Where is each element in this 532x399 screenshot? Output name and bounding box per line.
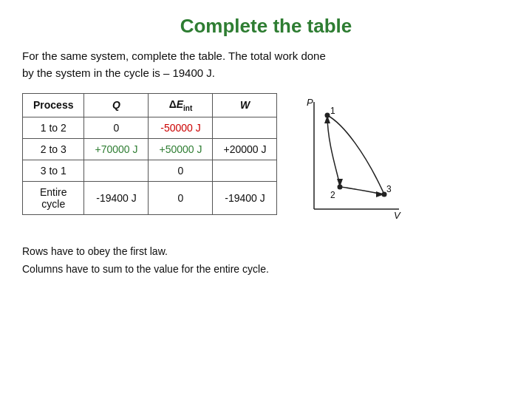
q-2to3: +70000 J [84,138,149,160]
col-header-q: Q [84,94,149,117]
footer-line2: Columns have to sum to the value for the… [22,261,510,279]
svg-point-6 [338,185,343,190]
process-2to3: 2 to 3 [23,138,84,160]
w-entire: -19400 J [213,181,277,214]
process-1to2: 1 to 2 [23,117,84,138]
w-2to3: +20000 J [213,138,277,160]
page: Complete the table For the same system, … [0,0,532,399]
main-table: Process Q ΔEint W 1 to 2 0 -50000 J 2 to… [22,93,277,215]
table-row: 3 to 1 0 [23,160,277,181]
pv-diagram-svg: P V [299,95,403,228]
col-header-de: ΔEint [149,94,213,117]
w-3to1 [213,160,277,181]
svg-point-5 [325,113,330,118]
col-header-w: W [213,94,277,117]
footer-notes: Rows have to obey the first law. Columns… [22,243,510,279]
p-axis-label: P [307,97,313,108]
process-entire: Entirecycle [23,181,84,214]
intro-text: For the same system, complete the table.… [22,48,510,81]
col-header-process: Process [23,94,84,117]
table-row: Entirecycle -19400 J 0 -19400 J [23,181,277,214]
w-1to2 [213,117,277,138]
point-label-2: 2 [330,190,335,200]
de-entire: 0 [149,181,213,214]
footer-line1: Rows have to obey the first law. [22,243,510,261]
process-3to1: 3 to 1 [23,160,84,181]
intro-line1: For the same system, complete the table.… [22,50,326,62]
table-row: 1 to 2 0 -50000 J [23,117,277,138]
q-entire: -19400 J [84,181,149,214]
q-3to1 [84,160,149,181]
intro-line2: by the system in the cycle is – 19400 J. [22,66,215,79]
pv-diagram: P V [299,95,403,230]
de-3to1: 0 [149,160,213,181]
table-row: 2 to 3 +70000 J +50000 J +20000 J [23,138,277,160]
de-2to3: +50000 J [149,138,213,160]
v-axis-label: V [394,210,401,221]
point-label-3: 3 [386,184,392,194]
q-1to2: 0 [84,117,149,138]
content-area: Process Q ΔEint W 1 to 2 0 -50000 J 2 to… [22,93,510,230]
page-title: Complete the table [22,15,510,38]
point-label-1: 1 [330,106,335,116]
de-1to2: -50000 J [149,117,213,138]
